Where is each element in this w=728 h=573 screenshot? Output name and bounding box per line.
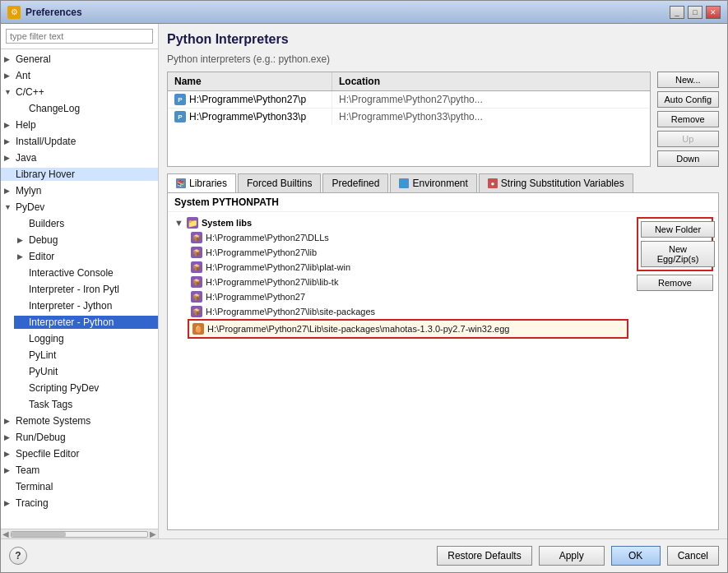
arrow-ant: ▶	[4, 72, 16, 80]
sidebar-item-changelog[interactable]: ChangeLog	[14, 100, 158, 117]
label-logging: Logging	[29, 333, 64, 344]
lib-label-sitepackages: H:\Programme\Python27\lib\site-packages	[206, 307, 375, 317]
sidebar-item-debug[interactable]: ▶ Debug	[14, 232, 158, 248]
arrow-tracing: ▶	[4, 499, 16, 507]
remove-lib-button[interactable]: Remove	[637, 275, 713, 291]
label-interpreterpython: Interpreter - Python	[29, 317, 114, 328]
table-row[interactable]: P H:\Programme\Python33\p H:\Programme\P…	[168, 109, 650, 125]
arrow-install: ▶	[4, 137, 16, 146]
label-pydev: PyDev	[16, 201, 44, 213]
arrow-cpp: ▼	[4, 88, 16, 96]
sidebar-item-interpreterjython[interactable]: Interpreter - Jython	[14, 298, 158, 314]
sidebar-item-remotesystems[interactable]: ▶ Remote Systems	[1, 413, 158, 429]
sidebar-item-cpp[interactable]: ▼ C/C++	[1, 84, 158, 100]
window-icon: ⚙	[7, 6, 21, 19]
cancel-button[interactable]: Cancel	[667, 546, 719, 566]
label-team: Team	[16, 464, 39, 476]
sidebar-item-help[interactable]: ▶ Help	[1, 117, 158, 133]
sidebar-item-builders[interactable]: Builders	[14, 215, 158, 232]
sidebar-item-pydev[interactable]: ▼ PyDev	[1, 199, 158, 215]
sidebar-item-general[interactable]: ▶ General	[1, 51, 158, 67]
stringsubst-tab-icon: ●	[488, 178, 498, 188]
new-folder-button[interactable]: New Folder	[641, 221, 715, 238]
sidebar-item-ant[interactable]: ▶ Ant	[1, 67, 158, 84]
list-item[interactable]: 📦 H:\Programme\Python27\lib\plat-win	[188, 260, 628, 275]
footer: ? Restore Defaults Apply OK Cancel	[1, 538, 727, 572]
sidebar-item-libraryhover[interactable]: Library Hover	[1, 166, 158, 183]
sidebar-item-pyunit[interactable]: PyUnit	[14, 363, 158, 380]
lib-tree: ▼ 📁 System libs 📦 H:\Programme\Python27\…	[168, 212, 632, 529]
sidebar-scrollbar[interactable]: ◀ ▶	[1, 529, 158, 538]
tab-environment[interactable]: 🌐 Environment	[390, 173, 476, 192]
lib-icon-mahotas: 🥚	[192, 323, 204, 335]
sidebar-item-editor[interactable]: ▶ Editor	[14, 248, 158, 265]
lib-label-py27: H:\Programme\Python27	[206, 292, 305, 302]
sidebar-item-scriptingpydev[interactable]: Scripting PyDev	[14, 380, 158, 396]
list-item[interactable]: 📦 H:\Programme\Python27\lib	[188, 245, 628, 260]
arrow-general: ▶	[4, 55, 16, 63]
h-scroll-track[interactable]	[11, 531, 148, 538]
minimize-button[interactable]: _	[670, 6, 684, 19]
label-libhover: Library Hover	[16, 169, 75, 180]
sidebar-item-specifileeditor[interactable]: ▶ Specfile Editor	[1, 446, 158, 462]
highlighted-buttons-box: New Folder New Egg/Zip(s)	[637, 217, 713, 271]
arrow-editor: ▶	[17, 252, 29, 261]
arrow-mylyn: ▶	[4, 187, 16, 195]
lib-label-mahotas: H:\Programme\Python27\Lib\site-packages\…	[207, 324, 509, 334]
list-item[interactable]: 📦 H:\Programme\Python27\DLLs	[188, 230, 628, 245]
autoconfig-button[interactable]: Auto Config	[657, 91, 719, 108]
tab-stringsubst[interactable]: ● String Substitution Variables	[479, 173, 633, 192]
sidebar-item-interactiveconsole[interactable]: Interactive Console	[14, 265, 158, 281]
table-row[interactable]: P H:\Programme\Python27\p H:\Programme\P…	[168, 91, 650, 109]
environment-tab-icon: 🌐	[399, 178, 409, 188]
list-item[interactable]: 📦 H:\Programme\Python27	[188, 289, 628, 304]
system-libs-root[interactable]: ▼ 📁 System libs	[171, 215, 628, 230]
list-item[interactable]: 📦 H:\Programme\Python27\lib\site-package…	[188, 304, 628, 319]
tab-forcedbuiltins[interactable]: Forced Builtins	[238, 173, 321, 192]
sidebar-item-team[interactable]: ▶ Team	[1, 462, 158, 478]
tab-libraries[interactable]: 📚 Libraries	[167, 173, 236, 192]
sidebar-item-rundebug[interactable]: ▶ Run/Debug	[1, 429, 158, 446]
label-pyunit: PyUnit	[29, 366, 58, 377]
maximize-button[interactable]: □	[688, 6, 702, 19]
arrow-remotesystems: ▶	[4, 417, 16, 425]
sidebar-item-tasktags[interactable]: Task Tags	[14, 396, 158, 413]
libraries-panel: System PYTHONPATH ▼ 📁 System libs 📦	[167, 193, 719, 530]
col-location: Location	[332, 72, 650, 90]
sidebar-item-java[interactable]: ▶ Java	[1, 150, 158, 166]
tab-predefined[interactable]: Predefined	[322, 173, 388, 192]
ok-button[interactable]: OK	[611, 546, 661, 566]
sidebar-item-pylint[interactable]: PyLint	[14, 347, 158, 363]
sidebar-item-interpreteriron[interactable]: Interpreter - Iron Pytl	[14, 281, 158, 298]
remove-interp-button[interactable]: Remove	[657, 111, 719, 127]
apply-button[interactable]: Apply	[539, 546, 605, 566]
sidebar-item-installuodate[interactable]: ▶ Install/Update	[1, 133, 158, 150]
up-button[interactable]: Up	[657, 131, 719, 147]
sidebar: ▶ General ▶ Ant ▼ C/C++	[1, 24, 159, 538]
filter-input[interactable]	[6, 29, 153, 44]
new-button[interactable]: New...	[657, 72, 719, 88]
lib-children: 📦 H:\Programme\Python27\DLLs 📦 H:\Progra…	[188, 230, 628, 339]
interp-name-1: P H:\Programme\Python27\p	[168, 91, 332, 108]
down-button[interactable]: Down	[657, 150, 719, 167]
restore-defaults-button[interactable]: Restore Defaults	[437, 546, 531, 566]
lib-icon-libtk: 📦	[191, 276, 202, 288]
sidebar-filter-area	[1, 24, 158, 49]
new-egg-button[interactable]: New Egg/Zip(s)	[641, 241, 715, 267]
list-item[interactable]: 📦 H:\Programme\Python27\lib\lib-tk	[188, 275, 628, 289]
sidebar-item-interpreterpython[interactable]: Interpreter - Python	[14, 314, 158, 330]
label-ant: Ant	[16, 70, 30, 81]
arrow-help: ▶	[4, 121, 16, 129]
sidebar-item-tracing[interactable]: ▶ Tracing	[1, 495, 158, 511]
list-item-mahotas[interactable]: 🥚 H:\Programme\Python27\Lib\site-package…	[188, 319, 628, 339]
label-rundebug: Run/Debug	[16, 432, 66, 443]
table-header: Name Location	[168, 72, 650, 91]
lib-icon-platwin: 📦	[191, 261, 202, 273]
sidebar-item-mylyn[interactable]: ▶ Mylyn	[1, 183, 158, 199]
help-button[interactable]: ?	[9, 547, 27, 565]
close-button[interactable]: ✕	[706, 6, 721, 19]
interp-location-2: H:\Programme\Python33\pytho...	[332, 109, 650, 125]
help-area: ?	[9, 547, 430, 565]
sidebar-item-terminal[interactable]: Terminal	[1, 478, 158, 495]
sidebar-item-logging[interactable]: Logging	[14, 330, 158, 347]
